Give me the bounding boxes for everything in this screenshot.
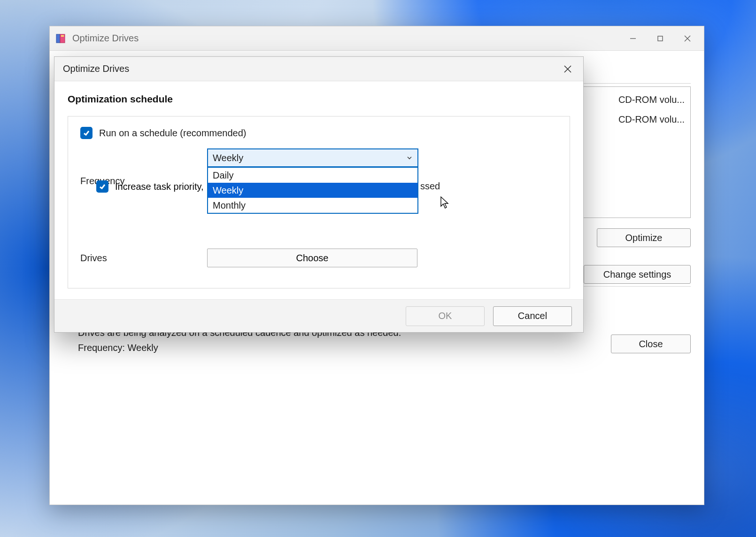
titlebar[interactable]: Optimize Drives [50,26,704,51]
schedule-groupbox: Run on a schedule (recommended) Frequenc… [68,116,570,288]
frequency-combobox[interactable]: Weekly [207,148,418,167]
optimize-button[interactable]: Optimize [597,228,691,247]
increase-priority-checkbox[interactable] [96,180,108,193]
run-on-schedule-checkbox[interactable] [80,127,93,139]
change-settings-button[interactable]: Change settings [584,265,691,284]
svg-rect-4 [658,36,663,41]
frequency-option-monthly[interactable]: Monthly [208,198,417,213]
frequency-selected-value: Weekly [213,153,243,163]
dialog-close-button[interactable] [557,58,579,80]
maximize-button[interactable] [647,27,674,50]
ok-button[interactable]: OK [406,306,485,326]
frequency-option-daily[interactable]: Daily [208,168,417,183]
app-icon [55,33,66,44]
frequency-dropdown: Daily Weekly Monthly [207,167,418,214]
cancel-button[interactable]: Cancel [493,306,572,326]
window-title: Optimize Drives [72,33,619,44]
dialog-footer: OK Cancel [54,299,583,332]
increase-priority-label: Increase task priority, [115,181,204,192]
chevron-down-icon [406,153,413,163]
dialog-titlebar[interactable]: Optimize Drives [54,57,583,81]
schedule-frequency: Frequency: Weekly [78,340,691,355]
drives-label: Drives [80,253,207,264]
priority-label-trailing: ssed [420,181,440,192]
dialog-title: Optimize Drives [63,63,557,74]
svg-rect-0 [56,34,60,43]
close-window-button[interactable]: Close [611,335,691,353]
run-on-schedule-label: Run on a schedule (recommended) [99,128,247,139]
choose-drives-button[interactable]: Choose [207,249,417,267]
minimize-button[interactable] [619,27,647,50]
schedule-dialog: Optimize Drives Optimization schedule Ru… [54,56,584,333]
close-button[interactable] [674,27,701,50]
svg-rect-2 [61,35,64,37]
frequency-option-weekly[interactable]: Weekly [208,183,417,198]
dialog-heading: Optimization schedule [68,93,570,105]
